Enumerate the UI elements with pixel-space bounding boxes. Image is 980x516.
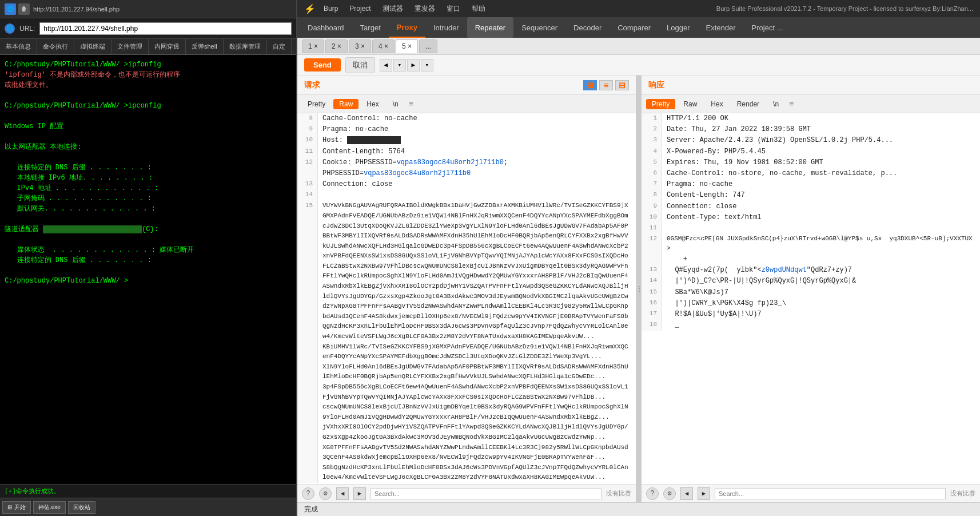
request-code-area[interactable]: 8 Cache-Control: no-cache 9 Pragma: no-c… <box>297 113 636 484</box>
code-line: 8 Cache-Control: no-cache <box>297 113 636 124</box>
request-search-input[interactable] <box>371 488 601 499</box>
request-settings-btn[interactable]: ⚙ <box>319 487 332 500</box>
resp-fmt-menu[interactable]: ≡ <box>787 100 796 109</box>
nav-target[interactable]: Target <box>352 17 389 38</box>
code-line: 2 Date: Thu, 27 Jan 2022 10:39:58 GMT <box>642 124 980 135</box>
tab-virtual-term[interactable]: 虚拟终端 <box>74 39 111 54</box>
nav-decoder[interactable]: Decoder <box>565 17 609 38</box>
arrow-right[interactable]: ▶ <box>407 59 420 72</box>
view-grid[interactable]: ⊞ <box>583 80 597 90</box>
menu-window[interactable]: 窗口 <box>443 3 464 15</box>
tab-intranet[interactable]: 内网穿透 <box>149 39 186 54</box>
left-taskbar: ⊞ 开始 神佑.exe 回收站 <box>0 498 296 516</box>
start-button[interactable]: ⊞ 开始 <box>2 501 31 514</box>
terminal-line <box>5 111 292 121</box>
response-help-btn[interactable]: ? <box>646 487 659 500</box>
code-line: 17 R!$A|&Uu$|'Uy$A|!\U)7 <box>642 309 980 320</box>
tab-cmd-exec[interactable]: 命令执行 <box>37 39 74 54</box>
nav-dashboard[interactable]: Dashboard <box>300 17 352 38</box>
start-label: 开始 <box>14 503 26 511</box>
code-line: 9 Pragma: no-cache <box>297 124 636 135</box>
response-prev-btn[interactable]: ◀ <box>680 487 693 500</box>
response-settings-btn[interactable]: ⚙ <box>663 487 676 500</box>
req-fmt-hex[interactable]: Hex <box>361 99 384 109</box>
request-format-tabs: Pretty Raw Hex \n ≡ <box>297 95 636 113</box>
menu-help[interactable]: 帮助 <box>468 3 489 15</box>
send-button[interactable]: Send <box>304 58 341 72</box>
terminal-line: 连接特定的 DNS 后缀 . . . . . . . : <box>5 255 292 265</box>
request-next-btn[interactable]: ▶ <box>353 487 366 500</box>
response-search-input[interactable] <box>715 488 946 499</box>
repeater-tab-more[interactable]: ... <box>419 39 437 53</box>
resp-fmt-newline[interactable]: \n <box>767 99 784 109</box>
tab-custom[interactable]: 自定 <box>267 39 292 54</box>
code-line: 6 Cache-Control: no-store, no-cache, mus… <box>642 168 980 179</box>
menu-burp[interactable]: Burp <box>320 3 341 14</box>
nav-comparer[interactable]: Comparer <box>609 17 659 38</box>
nav-logger[interactable]: Logger <box>659 17 698 38</box>
panel-divider[interactable] <box>637 76 642 502</box>
menu-resender[interactable]: 重发器 <box>411 3 439 15</box>
resp-fmt-pretty[interactable]: Pretty <box>646 99 675 109</box>
view-list[interactable]: ≡ <box>599 80 613 90</box>
nav-proxy[interactable]: Proxy <box>389 17 425 38</box>
view-cols[interactable]: ⊟ <box>615 80 629 90</box>
code-line: 12 Cookie: PHPSESSID=vqpas83ogoc84u8orh2… <box>297 157 636 168</box>
code-line: 10 Host: █████████████ <box>297 135 636 146</box>
nav-project[interactable]: Project ... <box>744 17 791 38</box>
arrow-down-left[interactable]: ▾ <box>393 59 406 72</box>
req-fmt-menu[interactable]: ≡ <box>407 100 416 109</box>
response-next-btn[interactable]: ▶ <box>698 487 710 500</box>
tab-reverse-shell[interactable]: 反弹shell <box>186 39 224 54</box>
left-top-bar: 🌐 🗑 http://101.201.227.94/shell.php <box>0 0 296 18</box>
terminal-line: 本地链接 IPv6 地址. . . . . . . . : <box>5 173 292 183</box>
repeater-tab-2[interactable]: 2 × <box>325 39 348 53</box>
req-fmt-raw[interactable]: Raw <box>333 99 358 109</box>
repeater-tab-3[interactable]: 3 × <box>349 39 371 53</box>
code-line: jVXhxXRI8OlOCY2pdDjwHY1VSZQATPVFnFFtlYAw… <box>297 422 636 442</box>
window-title: http://101.201.227.94/shell.php <box>33 6 119 13</box>
menu-project[interactable]: Project <box>346 3 374 14</box>
req-fmt-pretty[interactable]: Pretty <box>302 99 331 109</box>
req-fmt-newline[interactable]: \n <box>387 99 404 109</box>
repeater-tab-4[interactable]: 4 × <box>372 39 395 53</box>
repeater-tab-5[interactable]: 5 × <box>396 39 418 53</box>
burp-toolbar: Send 取消 ◀ ▾ ▶ ▾ <box>297 55 980 76</box>
request-prev-btn[interactable]: ◀ <box>336 487 349 500</box>
tab-file-mgr[interactable]: 文件管理 <box>111 39 149 54</box>
tab-db-mgr[interactable]: 数据库管理 <box>224 39 267 54</box>
response-code-area[interactable]: 1 HTTP/1.1 200 OK 2 Date: Thu, 27 Jan 20… <box>642 113 980 484</box>
code-line: S8bQgNzdHcKP3xnLlFbUlEhMloDcHF0BSx3dAJ6c… <box>297 463 636 483</box>
arrow-left[interactable]: ◀ <box>380 59 392 72</box>
tab-basic-info[interactable]: 基本信息 <box>0 39 37 54</box>
code-line: XG8TPFFnFFsAABgvTV5Sd2NWASwhdANYZWwPLndw… <box>297 443 636 463</box>
request-bottom-bar: ? ⚙ ◀ ▶ 没有比赛 <box>297 484 636 502</box>
nav-repeater[interactable]: Repeater <box>467 17 513 38</box>
code-line: 13 Q#Eyqd-w2(7p( ylbk"<z0wpdUNdqwt"QdRz7… <box>642 265 980 276</box>
url-input[interactable] <box>39 22 292 35</box>
terminal-line: 连接特定的 DNS 后缀 . . . . . . . : <box>5 162 292 173</box>
repeater-tab-1[interactable]: 1 × <box>302 39 324 53</box>
request-help-btn[interactable]: ? <box>302 487 314 500</box>
menu-tester[interactable]: 测试器 <box>379 3 407 15</box>
resp-fmt-raw[interactable]: Raw <box>678 99 703 109</box>
tab-5-label: 5 × <box>402 42 412 50</box>
request-no-match: 没有比赛 <box>606 489 631 498</box>
code-line: PHPSESSID=vqpas83ogoc84u8orh2jl711b0 <box>297 168 636 179</box>
code-line: 4 X-Powered-By: PHP/5.4.45 <box>642 146 980 157</box>
nav-intruder[interactable]: Intruder <box>425 17 467 38</box>
code-line: + <box>642 254 980 265</box>
nav-sequencer[interactable]: Sequencer <box>513 17 565 38</box>
burp-content: 请求 ⊞ ≡ ⊟ Pretty Raw Hex \n ≡ 8 Cache-Con… <box>297 76 980 502</box>
nav-extender[interactable]: Extender <box>698 17 744 38</box>
burp-status-bar: 完成 <box>297 502 980 516</box>
code-line: 12 0GSM@Fzc<cPE[GN JUXGpdkSnSC(p4}zuX\RT… <box>642 234 980 254</box>
taskbar-recycle[interactable]: 回收站 <box>68 501 95 514</box>
cancel-button[interactable]: 取消 <box>345 57 375 73</box>
terminal-line: 默认网关. . . . . . . . . . . . . : <box>5 204 292 214</box>
taskbar-shell-exe[interactable]: 神佑.exe <box>33 501 66 514</box>
resp-fmt-render[interactable]: Render <box>731 99 765 109</box>
tab-4-label: 4 × <box>379 42 388 50</box>
arrow-down-right[interactable]: ▾ <box>421 59 433 72</box>
resp-fmt-hex[interactable]: Hex <box>705 99 728 109</box>
